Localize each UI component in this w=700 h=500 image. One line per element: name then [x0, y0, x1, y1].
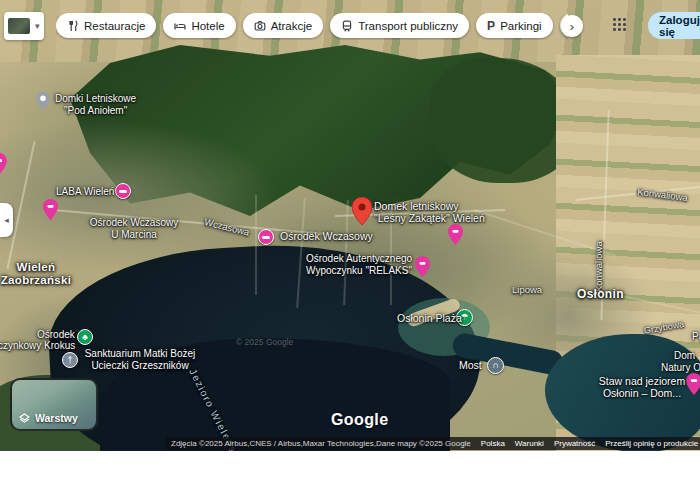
- hotel-icon: [174, 20, 186, 32]
- transit-icon: [341, 20, 353, 32]
- street-label-konwaliowa-vertical: Konwaliowa: [593, 241, 605, 292]
- chips-scroll-right-button[interactable]: ›: [561, 15, 583, 37]
- town-label-oslonin: Osłonin: [577, 288, 624, 300]
- poi-label-u-marcina[interactable]: Ośrodek WczasowyU Marcina: [84, 217, 184, 241]
- link-feedback[interactable]: Prześlij opinię o produkcie: [605, 439, 698, 448]
- chip-label: Parkingi: [500, 20, 542, 32]
- chip-restaurants[interactable]: Restauracje: [56, 13, 156, 38]
- hotel-pin-west[interactable]: [43, 199, 58, 220]
- category-chip-row: Restauracje Hotele Atrakcje T: [56, 13, 568, 40]
- bridge-marker-most[interactable]: ∩: [487, 357, 504, 374]
- imagery-credits: Zdjęcia ©2025 Airbus,CNES / Airbus,Maxar…: [171, 439, 471, 448]
- hotel-pin-lipowa[interactable]: [448, 224, 463, 245]
- poi-label-domek-lesny-zakatek[interactable]: Domek letniskowy"Leśny Zakątek" Wieleń: [374, 200, 485, 224]
- town-label-wielen-zaobrzanski: WieleńZaobrzański: [0, 261, 72, 286]
- hotel-pin-staw-cut[interactable]: [686, 373, 700, 395]
- layer-thumbnail[interactable]: [8, 18, 30, 34]
- poi-label-relaks[interactable]: Ośrodek AutentycznegoWypoczynku "RELAKS": [300, 253, 418, 277]
- hotel-marker-osrodek-wczasowy[interactable]: [258, 229, 274, 245]
- imagery-watermark: © 2025 Google: [236, 336, 293, 348]
- destination-pin-red[interactable]: [352, 197, 372, 225]
- parking-icon: P: [487, 19, 495, 33]
- poi-label-sanktuarium[interactable]: Sanktuarium Matki BożejUcieczki Grzeszni…: [80, 348, 200, 372]
- poi-label-oslonin-plaza[interactable]: Osłonin Plaża: [397, 312, 462, 324]
- collapse-icon: ◂: [4, 215, 9, 225]
- signin-label: Zaloguj się: [659, 14, 700, 38]
- poi-label-laba[interactable]: LABA Wieleń: [56, 186, 114, 198]
- map-canvas[interactable]: ♣ † ☂ ∩ Domki Letniskowe"Pod Aniołem" LA…: [0, 0, 700, 451]
- link-country[interactable]: Polska: [481, 439, 505, 448]
- chevron-down-icon[interactable]: ▾: [35, 21, 40, 31]
- layers-label: Warstwy: [35, 412, 78, 424]
- bridge-icon: ∩: [492, 361, 498, 370]
- attractions-icon: [254, 20, 266, 32]
- layer-preview-box[interactable]: ▾: [4, 12, 44, 40]
- restaurant-icon: [67, 20, 79, 32]
- link-privacy[interactable]: Prywatność: [554, 439, 595, 448]
- cross-icon: †: [67, 356, 72, 365]
- street-label-lipowa: Lipowa: [512, 284, 542, 296]
- link-terms[interactable]: Warunki: [515, 439, 544, 448]
- chip-label: Atrakcje: [271, 20, 313, 32]
- layers-button[interactable]: Warstwy: [10, 378, 98, 431]
- church-marker-sanktuarium[interactable]: †: [62, 352, 78, 368]
- signin-button[interactable]: Zaloguj się: [648, 12, 700, 39]
- google-logo[interactable]: Google: [331, 411, 389, 429]
- poi-label-pod-aniolem[interactable]: Domki Letniskowe"Pod Aniołem": [55, 93, 136, 117]
- poi-label-staw[interactable]: Staw nad jezioremOsłonin – Dom...: [596, 375, 688, 399]
- chip-hotels[interactable]: Hotele: [163, 13, 235, 38]
- chip-label: Transport publiczny: [358, 20, 458, 32]
- road-village-1: [255, 195, 257, 295]
- chip-label: Hotele: [191, 20, 224, 32]
- chip-label: Restauracje: [84, 20, 145, 32]
- layers-icon: [19, 413, 30, 424]
- hotel-marker-laba[interactable]: [115, 183, 131, 199]
- poi-label-krokus-line2[interactable]: czynkowy Krokus: [0, 340, 75, 352]
- poi-label-dom-natury-line2[interactable]: Natury O: [661, 362, 700, 374]
- google-apps-icon[interactable]: [612, 17, 626, 31]
- chevron-right-icon: ›: [570, 19, 574, 34]
- chip-parking[interactable]: P Parkingi: [476, 13, 553, 38]
- resort-marker-krokus[interactable]: ♣: [77, 329, 93, 345]
- hotel-pin-cut-left[interactable]: [0, 153, 7, 175]
- poi-label-osrodek-wczasowy[interactable]: Ośrodek Wczasowy: [280, 230, 373, 242]
- poi-label-most[interactable]: Most: [459, 359, 482, 371]
- poi-pin-pod-aniolem[interactable]: [36, 91, 50, 111]
- side-panel-collapse-arrow[interactable]: ◂: [0, 203, 13, 237]
- poi-label-dom-natury-line1[interactable]: Dom: [674, 350, 695, 362]
- price-glyph: [119, 190, 127, 193]
- chip-public-transport[interactable]: Transport publiczny: [330, 13, 469, 38]
- tree-icon: ♣: [82, 333, 88, 342]
- google-maps-window: ♣ † ☂ ∩ Domki Letniskowe"Pod Aniołem" LA…: [0, 0, 700, 500]
- attribution-bar: Zdjęcia ©2025 Airbus,CNES / Airbus,Maxar…: [166, 437, 700, 450]
- chip-attractions[interactable]: Atrakcje: [243, 13, 324, 38]
- price-glyph: [262, 236, 270, 239]
- poi-label-pio-cut[interactable]: Pio: [692, 331, 700, 343]
